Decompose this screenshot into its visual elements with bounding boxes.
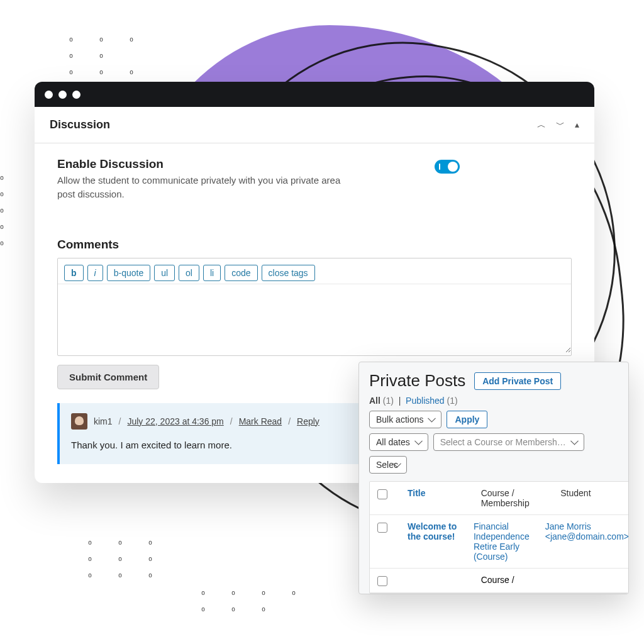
row-checkbox[interactable] bbox=[377, 576, 387, 586]
enable-discussion-toggle[interactable] bbox=[435, 160, 460, 174]
quicktag-code-button[interactable]: code bbox=[225, 265, 257, 281]
comments-heading: Comments bbox=[57, 238, 572, 252]
panel-move-up-icon[interactable]: ︿ bbox=[537, 119, 546, 131]
window-titlebar bbox=[35, 82, 594, 107]
discussion-panel-header: Discussion ︿ ﹀ ▴ bbox=[35, 107, 594, 143]
quicktag-italic-button[interactable]: i bbox=[87, 265, 103, 281]
private-posts-panel: Private Posts Add Private Post All (1) |… bbox=[358, 362, 629, 594]
quicktag-closetags-button[interactable]: close tags bbox=[262, 265, 315, 281]
separator: / bbox=[119, 416, 121, 426]
separator: / bbox=[288, 416, 291, 426]
decorative-dots: o o o o o oo o o bbox=[88, 535, 226, 584]
filter-published-count: (1) bbox=[447, 396, 458, 406]
column-student: Student bbox=[560, 488, 629, 508]
comment-timestamp-link[interactable]: July 22, 2023 at 4:36 pm bbox=[127, 416, 223, 426]
footer-course-label: Course / bbox=[481, 575, 556, 585]
add-private-post-button[interactable]: Add Private Post bbox=[474, 372, 561, 390]
table-row: Welcome to the course! Financial Indepen… bbox=[370, 515, 629, 569]
table-row: Course / bbox=[370, 569, 629, 593]
comment-editor: b i b-quote ul ol li code close tags bbox=[57, 258, 572, 356]
select-all-checkbox[interactable] bbox=[377, 489, 387, 499]
column-title[interactable]: Title bbox=[408, 488, 476, 508]
quicktags-toolbar: b i b-quote ul ol li code close tags bbox=[58, 258, 571, 284]
table-header-row: Title Course / Membership Student bbox=[370, 482, 629, 515]
comment-textarea[interactable] bbox=[58, 284, 571, 353]
window-control-maximize[interactable] bbox=[72, 91, 80, 99]
select-truncated[interactable]: Selec bbox=[369, 456, 407, 474]
avatar bbox=[71, 413, 87, 430]
quicktag-bquote-button[interactable]: b-quote bbox=[107, 265, 150, 281]
quicktag-ol-button[interactable]: ol bbox=[179, 265, 199, 281]
all-dates-select[interactable]: All dates bbox=[369, 433, 428, 451]
filter-all-label[interactable]: All bbox=[369, 396, 380, 406]
window-control-minimize[interactable] bbox=[58, 91, 67, 99]
enable-discussion-row: Enable Discussion Allow the student to c… bbox=[57, 157, 460, 201]
panel-move-down-icon[interactable]: ﹀ bbox=[556, 119, 565, 131]
reply-link[interactable]: Reply bbox=[297, 416, 319, 426]
panel-collapse-icon[interactable]: ▴ bbox=[575, 119, 579, 131]
enable-description: Allow the student to communicate private… bbox=[57, 174, 359, 201]
comment-author: kim1 bbox=[94, 416, 113, 426]
post-course-link[interactable]: Financial Independence Retire Early (Cou… bbox=[474, 521, 530, 562]
decorative-dots: o o o o o o o bbox=[201, 585, 365, 618]
filter-published-link[interactable]: Published bbox=[406, 396, 445, 406]
post-status-filters: All (1) | Published (1) bbox=[369, 396, 618, 406]
apply-button[interactable]: Apply bbox=[447, 411, 487, 428]
separator: / bbox=[230, 416, 233, 426]
course-filter-select[interactable]: Select a Course or Membersh… bbox=[433, 433, 584, 451]
quicktag-bold-button[interactable]: b bbox=[64, 265, 84, 281]
mark-read-link[interactable]: Mark Read bbox=[239, 416, 282, 426]
enable-heading: Enable Discussion bbox=[57, 157, 359, 171]
decorative-dots: oo o oo bbox=[0, 170, 38, 252]
post-student-link[interactable]: Jane Morris <jane@domain.com> bbox=[545, 521, 629, 541]
row-checkbox[interactable] bbox=[377, 523, 387, 533]
quicktag-ul-button[interactable]: ul bbox=[154, 265, 175, 281]
column-course: Course / Membership bbox=[481, 488, 556, 508]
panel-title: Discussion bbox=[50, 118, 110, 131]
submit-comment-button[interactable]: Submit Comment bbox=[57, 365, 159, 389]
filter-all-count: (1) bbox=[383, 396, 394, 406]
quicktag-li-button[interactable]: li bbox=[203, 265, 221, 281]
private-posts-table: Title Course / Membership Student Welcom… bbox=[369, 481, 629, 594]
window-control-close[interactable] bbox=[45, 91, 53, 99]
bulk-actions-select[interactable]: Bulk actions bbox=[369, 411, 441, 428]
private-posts-title: Private Posts bbox=[369, 371, 465, 391]
post-title-link[interactable]: Welcome to the course! bbox=[408, 521, 457, 541]
